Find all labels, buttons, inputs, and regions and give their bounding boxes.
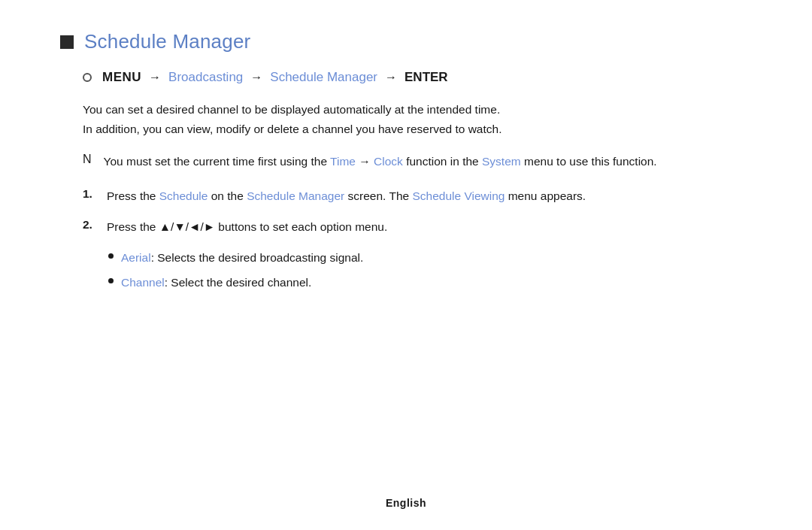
time-link[interactable]: Time bbox=[330, 155, 356, 168]
channel-link[interactable]: Channel bbox=[121, 276, 165, 289]
channel-text: : Select the desired channel. bbox=[165, 276, 312, 289]
section-icon bbox=[60, 35, 74, 49]
menu-path-row: MENU → Broadcasting → Schedule Manager →… bbox=[83, 70, 752, 85]
page-container: Schedule Manager MENU → Broadcasting → S… bbox=[0, 0, 812, 530]
arrow-1: → bbox=[149, 71, 161, 84]
bullet-item-aerial: Aerial: Selects the desired broadcasting… bbox=[108, 249, 752, 268]
clock-link[interactable]: Clock bbox=[374, 155, 403, 168]
system-link[interactable]: System bbox=[482, 155, 521, 168]
bullet-list: Aerial: Selects the desired broadcasting… bbox=[108, 249, 752, 292]
bullet-dot-aerial bbox=[108, 253, 114, 259]
schedule-manager-link[interactable]: Schedule Manager bbox=[270, 70, 377, 85]
step1-text-end: menu appears. bbox=[504, 189, 586, 202]
aerial-text: : Selects the desired broadcasting signa… bbox=[151, 251, 364, 264]
note-text-middle: function in the bbox=[403, 155, 482, 168]
broadcasting-link[interactable]: Broadcasting bbox=[168, 70, 243, 85]
note-text: You must set the current time first usin… bbox=[104, 152, 657, 171]
schedule-link[interactable]: Schedule bbox=[159, 189, 208, 202]
menu-circle-icon bbox=[83, 73, 92, 82]
schedule-viewing-link[interactable]: Schedule Viewing bbox=[412, 189, 504, 202]
step-1-row: 1. Press the Schedule on the Schedule Ma… bbox=[83, 186, 729, 206]
step-1-text: Press the Schedule on the Schedule Manag… bbox=[107, 186, 586, 206]
note-text-after: menu to use this function. bbox=[521, 155, 657, 168]
bullet-text-aerial: Aerial: Selects the desired broadcasting… bbox=[121, 249, 363, 268]
step-2-number: 2. bbox=[83, 218, 98, 232]
page-title: Schedule Manager bbox=[84, 30, 250, 53]
description-block: You can set a desired channel to be disp… bbox=[83, 100, 729, 138]
note-arrow: → bbox=[359, 155, 371, 168]
step-2-row: 2. Press the ▲/▼/◄/► buttons to set each… bbox=[83, 217, 729, 237]
step-1-number: 1. bbox=[83, 187, 98, 201]
arrow-3: → bbox=[385, 71, 397, 84]
step1-text-middle: on the bbox=[208, 189, 247, 202]
note-label: N bbox=[83, 153, 92, 166]
step1-text-after: screen. The bbox=[344, 189, 412, 202]
schedule-manager-screen-link[interactable]: Schedule Manager bbox=[247, 189, 344, 202]
description-line2: In addition, you can view, modify or del… bbox=[83, 123, 501, 135]
note-text-before: You must set the current time first usin… bbox=[104, 155, 331, 168]
section-title-row: Schedule Manager bbox=[60, 30, 752, 53]
bullet-item-channel: Channel: Select the desired channel. bbox=[108, 274, 752, 292]
footer: English bbox=[0, 497, 812, 509]
aerial-link[interactable]: Aerial bbox=[121, 251, 151, 264]
arrow-2: → bbox=[250, 71, 262, 84]
enter-label: ENTER bbox=[404, 70, 448, 85]
menu-label: MENU bbox=[102, 70, 141, 85]
description-line1: You can set a desired channel to be disp… bbox=[83, 103, 500, 116]
footer-text: English bbox=[386, 497, 426, 509]
step1-text-before: Press the bbox=[107, 189, 159, 202]
bullet-dot-channel bbox=[108, 278, 114, 283]
bullet-text-channel: Channel: Select the desired channel. bbox=[121, 274, 311, 292]
note-row: N You must set the current time first us… bbox=[83, 152, 729, 171]
step-2-text: Press the ▲/▼/◄/► buttons to set each op… bbox=[107, 217, 387, 237]
